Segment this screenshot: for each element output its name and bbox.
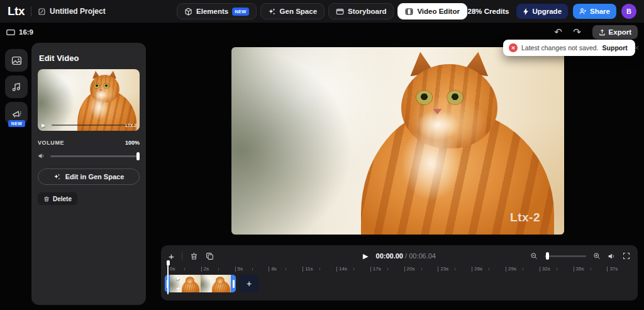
- ruler-mark: 2s: [201, 265, 235, 274]
- close-icon[interactable]: ✕: [634, 44, 640, 52]
- clip-thumbnail-image: [38, 69, 140, 131]
- tab-label: Video Editor: [417, 8, 460, 15]
- zoom-out-icon[interactable]: [530, 252, 538, 260]
- timeline-ruler[interactable]: 0s2s5s8s11s14s17s20s23s26s29s32s35s37s: [167, 265, 635, 274]
- add-clip-button[interactable]: +: [239, 275, 259, 292]
- error-icon: ✕: [509, 43, 518, 52]
- ruler-mark: 37s: [607, 265, 641, 274]
- timecode-display: 00:00.00 / 00:06.04: [376, 252, 436, 260]
- playhead[interactable]: [167, 260, 169, 294]
- current-time: 00:00.00: [376, 252, 403, 260]
- video-preview-canvas: Ltx-2: [231, 47, 564, 235]
- play-icon[interactable]: ▶: [42, 123, 45, 128]
- volume-slider[interactable]: [50, 155, 140, 157]
- aspect-ratio-button[interactable]: 16:9: [6, 28, 33, 36]
- project-name: Untitled Project: [50, 7, 106, 16]
- delete-button[interactable]: Delete: [38, 192, 77, 205]
- clip-trim-handle-right[interactable]: [231, 275, 236, 292]
- divider: [182, 252, 182, 260]
- video-frame: [231, 47, 564, 235]
- film-icon: [405, 8, 413, 16]
- ruler-mark: 11s: [303, 265, 336, 274]
- history-export-group: ↶ ↷ Export: [551, 25, 638, 39]
- tab-storyboard[interactable]: Storyboard: [328, 3, 394, 19]
- divider: [31, 6, 31, 16]
- sidebar-item-music[interactable]: [5, 75, 28, 98]
- clip-frame: [201, 275, 231, 292]
- sound-effects-icon: [11, 108, 22, 119]
- ruler-mark: 5s: [235, 265, 269, 274]
- tab-label: Elements: [196, 8, 228, 15]
- add-user-icon: [579, 8, 587, 15]
- display-icon: [6, 29, 15, 36]
- edit-video-panel: Edit Video ▶ LTX-2 VOLUME 100% Ed: [31, 43, 146, 305]
- zoom-in-icon[interactable]: [593, 252, 601, 260]
- project-name-control[interactable]: Untitled Project: [38, 7, 106, 16]
- add-media-button[interactable]: +: [169, 252, 174, 261]
- image-icon: [11, 55, 22, 66]
- tab-elements[interactable]: Elements NEW: [177, 3, 257, 19]
- timeline-panel: + ▶ 00:00.00 / 00:06.04: [161, 245, 638, 301]
- redo-button[interactable]: ↷: [570, 25, 585, 39]
- total-time: 00:06.04: [409, 252, 436, 260]
- thumbnail-progress-bar[interactable]: [52, 125, 134, 126]
- ltx-logo[interactable]: Ltx: [8, 4, 25, 18]
- trash-icon: [43, 196, 50, 202]
- support-link[interactable]: Support: [602, 44, 628, 52]
- mute-icon[interactable]: [608, 252, 616, 260]
- ruler-mark: 0s: [167, 265, 201, 274]
- clip-filmstrip: ▶: [170, 275, 231, 292]
- timeline-controls: + ▶ 00:00.00 / 00:06.04: [161, 249, 638, 263]
- mode-tabs: Elements NEW Gen Space Storyboard Video: [177, 3, 467, 19]
- undo-button[interactable]: ↶: [551, 25, 566, 39]
- timeline-zoom-slider[interactable]: [545, 255, 586, 257]
- tab-gen-space[interactable]: Gen Space: [260, 3, 325, 19]
- volume-slider-handle[interactable]: [136, 152, 140, 160]
- sparkles-icon: [268, 8, 276, 16]
- ruler-mark: 20s: [404, 265, 438, 274]
- timeline-zoom-handle[interactable]: [546, 252, 549, 260]
- delete-label: Delete: [53, 196, 72, 202]
- upgrade-label: Upgrade: [532, 8, 562, 15]
- ruler-mark: 14s: [336, 265, 370, 274]
- unsaved-changes-toast: ✕ Latest changes not saved. Support ✕: [503, 40, 635, 56]
- lightning-icon: [523, 8, 529, 15]
- clip-audio-icon: [176, 286, 181, 291]
- play-button[interactable]: ▶: [363, 252, 368, 260]
- clip-preview-player[interactable]: ▶ LTX-2: [38, 69, 140, 131]
- playback-controls: ▶ 00:00.00 / 00:06.04: [363, 249, 436, 263]
- sidebar-item-media[interactable]: [5, 49, 28, 72]
- storyboard-icon: [336, 8, 344, 16]
- share-button[interactable]: Share: [573, 4, 616, 19]
- volume-slider-row: [38, 151, 140, 161]
- timeline-view-controls: [530, 249, 630, 263]
- export-button[interactable]: Export: [592, 25, 638, 39]
- user-avatar[interactable]: B: [621, 4, 636, 19]
- time-separator: /: [403, 252, 409, 260]
- tab-video-editor[interactable]: Video Editor: [397, 3, 467, 19]
- credits-indicator: 28% Credits: [468, 8, 509, 15]
- delete-clip-icon[interactable]: [190, 252, 198, 260]
- edit-in-gen-space-button[interactable]: Edit in Gen Space: [38, 169, 140, 185]
- cube-icon: [184, 8, 192, 16]
- new-badge: NEW: [232, 8, 248, 16]
- thumbnail-watermark: LTX-2: [125, 123, 136, 128]
- ruler-mark: 29s: [506, 265, 540, 274]
- fullscreen-icon[interactable]: [623, 252, 630, 260]
- duplicate-clip-icon[interactable]: [206, 252, 214, 260]
- share-label: Share: [590, 8, 610, 15]
- export-icon: [599, 29, 606, 36]
- app-window: Ltx Untitled Project Elements NEW Gen Sp…: [0, 0, 644, 310]
- ruler-mark: 26s: [472, 265, 506, 274]
- timeline-clip-actions: +: [169, 249, 214, 263]
- upgrade-button[interactable]: Upgrade: [516, 4, 568, 19]
- gen-space-label: Edit in Gen Space: [65, 173, 125, 180]
- volume-value: 100%: [125, 140, 140, 146]
- ruler-mark: 8s: [269, 265, 303, 274]
- speaker-icon: [38, 152, 45, 160]
- tab-label: Storyboard: [348, 8, 386, 15]
- volume-label: VOLUME: [38, 140, 64, 146]
- tab-label: Gen Space: [280, 8, 317, 15]
- timeline-video-clip[interactable]: ▶: [165, 275, 236, 292]
- toast-message: Latest changes not saved.: [521, 44, 599, 52]
